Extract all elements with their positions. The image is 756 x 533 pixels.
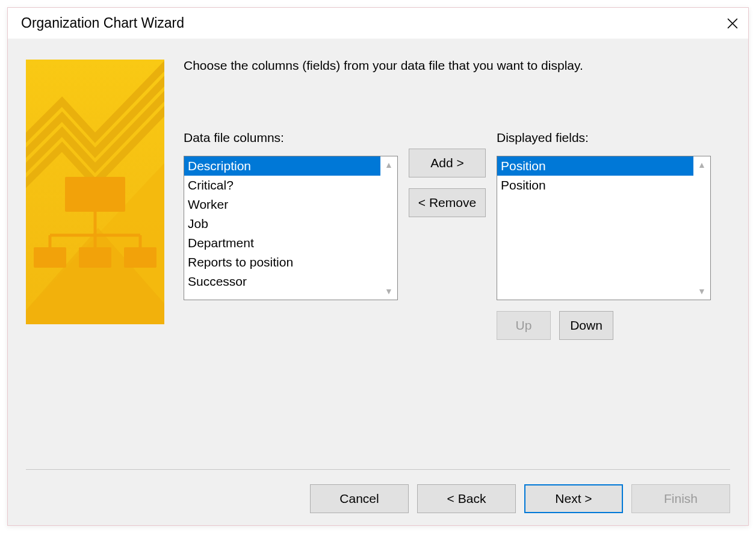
columns-row: Data file columns: DescriptionCritical?W… xyxy=(184,131,730,340)
up-button[interactable]: Up xyxy=(497,311,551,340)
list-item[interactable]: Critical? xyxy=(184,176,380,195)
cancel-button[interactable]: Cancel xyxy=(310,484,409,513)
svg-rect-9 xyxy=(79,247,111,268)
scroll-up-icon[interactable]: ▲ xyxy=(695,158,709,172)
data-file-columns-label: Data file columns: xyxy=(184,131,398,145)
next-button[interactable]: Next > xyxy=(524,484,623,513)
svg-rect-8 xyxy=(34,247,66,268)
list-item[interactable]: Job xyxy=(184,214,380,233)
data-file-columns-listbox[interactable]: DescriptionCritical?WorkerJobDepartmentR… xyxy=(184,156,398,300)
finish-button[interactable]: Finish xyxy=(631,484,730,513)
list-item[interactable]: Position xyxy=(497,176,693,195)
svg-rect-2 xyxy=(65,177,125,212)
svg-rect-10 xyxy=(124,247,156,268)
list-item[interactable]: Position xyxy=(497,156,693,176)
footer-buttons: Cancel < Back Next > Finish xyxy=(26,469,730,513)
dialog-body: Choose the columns (fields) from your da… xyxy=(8,39,748,525)
scroll-up-icon[interactable]: ▲ xyxy=(382,158,396,172)
back-button[interactable]: < Back xyxy=(417,484,516,513)
list-item[interactable]: Worker xyxy=(184,195,380,214)
close-button[interactable] xyxy=(717,8,748,39)
list-item[interactable]: Department xyxy=(184,233,380,253)
wizard-illustration xyxy=(26,60,164,324)
scroll-down-icon[interactable]: ▼ xyxy=(695,284,709,298)
list-item[interactable]: Description xyxy=(184,156,380,176)
displayed-fields-label: Displayed fields: xyxy=(497,131,711,145)
add-button[interactable]: Add > xyxy=(409,149,486,177)
titlebar: Organization Chart Wizard xyxy=(8,8,748,39)
reorder-buttons: Up Down xyxy=(497,311,711,340)
main-area: Choose the columns (fields) from your da… xyxy=(26,58,730,463)
remove-button[interactable]: < Remove xyxy=(409,188,486,217)
down-button[interactable]: Down xyxy=(559,311,613,340)
list-item[interactable]: Reports to position xyxy=(184,253,380,272)
wizard-dialog: Organization Chart Wizard xyxy=(7,7,749,526)
data-file-columns-section: Data file columns: DescriptionCritical?W… xyxy=(184,131,398,300)
instruction-text: Choose the columns (fields) from your da… xyxy=(184,58,730,73)
transfer-buttons: Add > < Remove xyxy=(409,149,486,217)
scroll-down-icon[interactable]: ▼ xyxy=(382,284,396,298)
list-item[interactable]: Successor xyxy=(184,272,380,291)
displayed-fields-listbox[interactable]: PositionPosition ▲ ▼ xyxy=(497,156,711,300)
window-title: Organization Chart Wizard xyxy=(21,15,184,31)
displayed-fields-section: Displayed fields: PositionPosition ▲ ▼ U… xyxy=(497,131,711,340)
close-icon xyxy=(727,18,738,29)
content-area: Choose the columns (fields) from your da… xyxy=(184,58,730,463)
